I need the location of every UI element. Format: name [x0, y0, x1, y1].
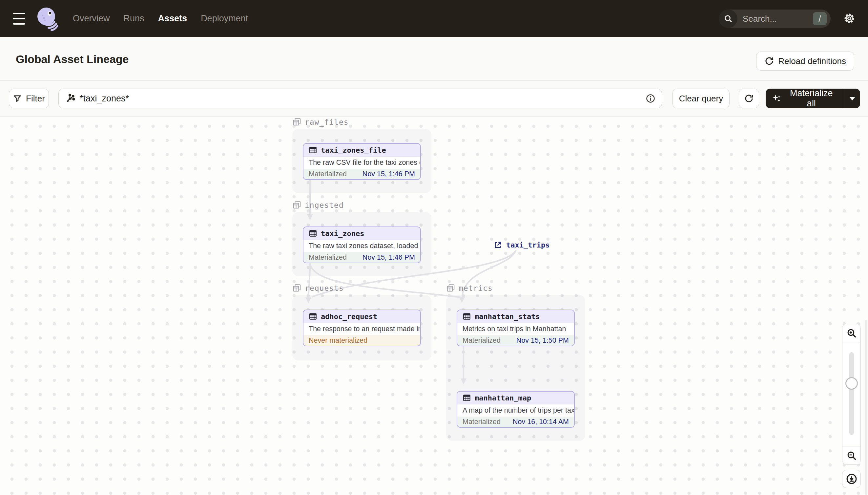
asset-status-row: Materialized Nov 15, 1:50 PM [457, 335, 574, 346]
filter-button[interactable]: Filter [9, 89, 49, 108]
zoom-slider[interactable] [843, 342, 861, 446]
table-icon [309, 146, 317, 154]
group-label-requests[interactable]: requests [292, 284, 344, 293]
asset-node-taxi-zones-file[interactable]: taxi_zones_file The raw CSV file for the… [303, 143, 421, 180]
nav-assets[interactable]: Assets [158, 14, 187, 24]
asset-description: A map of the number of trips per taxi z.… [457, 405, 574, 416]
menu-icon[interactable] [13, 13, 26, 24]
asset-status-row: Materialized Nov 15, 1:46 PM [303, 252, 420, 262]
table-icon [463, 394, 471, 402]
nav-deployment[interactable]: Deployment [201, 14, 248, 24]
zoom-slider-knob[interactable] [845, 377, 858, 390]
nav-runs[interactable]: Runs [124, 14, 144, 24]
top-navbar: Overview Runs Assets Deployment Search..… [0, 0, 868, 37]
status-label: Materialized [309, 170, 347, 178]
canvas-scrollbar[interactable] [865, 320, 867, 495]
group-label-metrics[interactable]: metrics [446, 284, 493, 293]
refresh-icon [744, 93, 754, 103]
zoom-in-button[interactable] [843, 324, 861, 342]
asset-selection-value: *taxi_zones* [80, 93, 645, 104]
lineage-toolbar: Filter *taxi_zones* [0, 81, 868, 117]
search-input[interactable]: Search... / [719, 10, 831, 28]
export-view-button[interactable] [842, 470, 861, 488]
asset-description: The response to an request made in th... [303, 323, 420, 335]
stacked-tables-icon [292, 201, 301, 210]
asset-node-taxi-zones[interactable]: taxi_zones The raw taxi zones dataset, l… [303, 226, 421, 263]
search-shortcut-badge: / [813, 12, 827, 25]
asset-description: The raw taxi zones dataset, loaded int..… [303, 240, 420, 252]
zoom-in-icon [846, 328, 857, 339]
materialize-all-split-button: Materialize all [766, 89, 860, 108]
zoom-out-icon [846, 450, 857, 461]
table-icon [309, 229, 317, 238]
asset-status-row: Never materialized [303, 335, 420, 346]
asset-node-manhattan-map[interactable]: manhattan_map A map of the number of tri… [457, 391, 575, 428]
table-icon [463, 312, 471, 321]
zoom-out-button[interactable] [843, 446, 861, 464]
status-label: Materialized [463, 418, 501, 426]
lineage-canvas[interactable]: raw_files ingested requests [0, 117, 868, 495]
stacked-tables-icon [292, 284, 301, 293]
nav-overview[interactable]: Overview [73, 14, 110, 24]
asset-graph-icon [65, 93, 75, 104]
external-asset-taxi-trips[interactable]: taxi_trips [493, 241, 549, 250]
external-link-icon [493, 241, 502, 250]
asset-status-row: Materialized Nov 15, 1:46 PM [303, 169, 420, 179]
asset-node-adhoc-request[interactable]: adhoc_request The response to an request… [303, 309, 421, 346]
funnel-icon [13, 94, 22, 103]
refresh-query-button[interactable] [739, 89, 759, 108]
asset-description: The raw CSV file for the taxi zones dat.… [303, 157, 420, 169]
stacked-tables-icon [292, 118, 301, 127]
page-title: Global Asset Lineage [16, 53, 129, 66]
lineage-edges [0, 117, 868, 495]
materialize-dropdown-button[interactable] [844, 89, 860, 108]
stacked-tables-icon [446, 284, 455, 293]
clear-query-button[interactable]: Clear query [672, 89, 730, 108]
materialize-all-button[interactable]: Materialize all [766, 89, 844, 108]
status-label: Materialized [309, 253, 347, 262]
chevron-down-icon [849, 97, 855, 100]
materialization-timestamp[interactable]: Nov 15, 1:46 PM [362, 170, 415, 178]
reload-definitions-button[interactable]: Reload definitions [756, 52, 854, 71]
asset-status-row: Materialized Nov 16, 10:14 AM [457, 416, 574, 427]
page-header: Global Asset Lineage Reload definitions [0, 37, 868, 81]
materialization-timestamp[interactable]: Nov 16, 10:14 AM [513, 418, 569, 426]
search-icon [719, 10, 738, 28]
asset-description: Metrics on taxi trips in Manhattan [457, 323, 574, 335]
status-label: Materialized [463, 337, 501, 345]
download-icon [846, 473, 857, 485]
group-label-raw-files[interactable]: raw_files [292, 118, 349, 127]
settings-gear-icon[interactable] [843, 12, 856, 25]
dagster-logo-icon[interactable] [35, 6, 59, 31]
asset-node-manhattan-stats[interactable]: manhattan_stats Metrics on taxi trips in… [457, 309, 575, 346]
group-label-ingested[interactable]: ingested [292, 201, 344, 210]
table-icon [309, 312, 317, 321]
search-placeholder: Search... [743, 14, 813, 24]
zoom-slider-track[interactable] [849, 352, 854, 435]
asset-selection-input[interactable]: *taxi_zones* [58, 89, 662, 108]
materialization-timestamp[interactable]: Nov 15, 1:46 PM [362, 253, 415, 262]
primary-nav: Overview Runs Assets Deployment [73, 14, 248, 24]
materialization-timestamp[interactable]: Nov 15, 1:50 PM [516, 337, 569, 345]
status-label: Never materialized [309, 337, 367, 345]
sparkle-icon [772, 93, 782, 104]
info-icon[interactable] [645, 93, 656, 104]
zoom-controls [842, 324, 861, 465]
refresh-icon [764, 56, 774, 66]
